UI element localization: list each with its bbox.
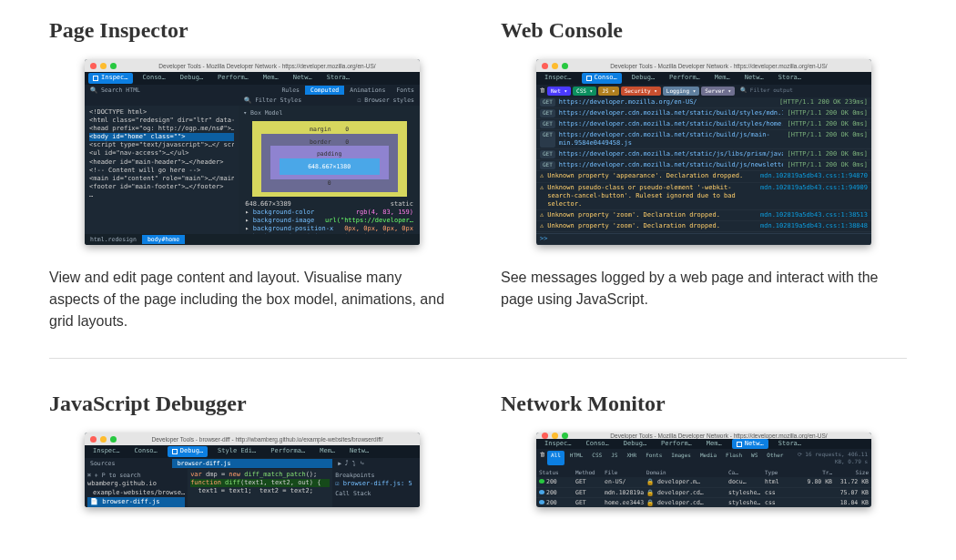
console-net-line[interactable]: GEThttps://developer.cdn.mozilla.net/sta… bbox=[536, 119, 871, 130]
file-tab[interactable]: browser-diff.js bbox=[172, 459, 333, 468]
zoom-icon[interactable] bbox=[110, 63, 117, 69]
tab-memory[interactable]: Mem… bbox=[259, 73, 283, 83]
browser-styles-toggle[interactable]: ☐ Browser styles bbox=[351, 96, 420, 105]
tab-inspector[interactable]: Inspec… bbox=[88, 446, 125, 456]
subtab-computed[interactable]: Computed bbox=[305, 86, 344, 95]
tab-memory[interactable]: Mem… bbox=[710, 73, 735, 83]
screenshot-network-monitor[interactable]: Developer Tools - Mozilla Developer Netw… bbox=[536, 433, 871, 507]
type-pill[interactable]: CSS bbox=[588, 451, 605, 465]
screenshot-page-inspector[interactable]: Developer Tools - Mozilla Developer Netw… bbox=[85, 59, 420, 245]
html-tree-line[interactable]: <ul id="nav-access">…</ul> bbox=[89, 149, 234, 158]
close-icon[interactable] bbox=[90, 436, 97, 443]
html-tree-line[interactable]: <!DOCTYPE html> bbox=[89, 108, 234, 117]
screenshot-js-debugger[interactable]: Developer Tools - browser-diff - http://… bbox=[85, 433, 420, 507]
html-tree-line[interactable]: <header id="main-header">…</header> bbox=[89, 158, 234, 167]
console-warn-line[interactable]: ⚠Unknown property 'zoom'. Declaration dr… bbox=[536, 221, 871, 232]
tab-debugger[interactable]: Debug… bbox=[627, 73, 659, 83]
network-row[interactable]: 200GETen-US/🔒 developer.m…docu…html9.80 … bbox=[536, 477, 871, 487]
tab-network[interactable]: Netw… bbox=[740, 73, 768, 83]
html-tree-line[interactable]: <footer id="main-footer">…</footer> bbox=[89, 183, 234, 191]
subtab-animations[interactable]: Animations bbox=[344, 86, 391, 95]
filter-security[interactable]: Security ▾ bbox=[621, 87, 661, 96]
sources-tree[interactable]: ⌘ + P to search wbamberg.github.io examp… bbox=[85, 469, 188, 507]
zoom-icon[interactable] bbox=[562, 63, 568, 69]
source-item[interactable]: example-websites/browse… bbox=[87, 489, 185, 497]
subtab-fonts[interactable]: Fonts bbox=[391, 86, 420, 95]
source-item[interactable]: wbamberg.github.io bbox=[87, 480, 185, 488]
console-warn-line[interactable]: ⚠Unknown property 'appearance'. Declarat… bbox=[536, 171, 871, 182]
console-net-line[interactable]: GEThttps://developer.cdn.mozilla.net/sta… bbox=[536, 130, 871, 149]
tab-memory[interactable]: Mem… bbox=[315, 446, 340, 456]
filter-styles-input[interactable]: 🔍 Filter Styles bbox=[239, 96, 351, 105]
tab-inspector[interactable]: Inspec… bbox=[88, 73, 133, 83]
close-icon[interactable] bbox=[542, 433, 548, 439]
breakpoint-item[interactable]: ☑ browser-diff.js: 5 bbox=[335, 480, 417, 488]
filter-server[interactable]: Server ▾ bbox=[701, 87, 735, 96]
filter-output-input[interactable]: 🔍 Filter output bbox=[737, 87, 868, 96]
type-pill[interactable]: XHR bbox=[623, 451, 640, 465]
close-icon[interactable] bbox=[542, 63, 548, 69]
type-pill[interactable]: Flash bbox=[722, 451, 746, 465]
filter-net[interactable]: Net ▾ bbox=[547, 87, 571, 96]
trash-icon[interactable]: 🗑 bbox=[540, 451, 545, 465]
tab-inspector[interactable]: Inspec… bbox=[540, 73, 576, 83]
minimize-icon[interactable] bbox=[100, 63, 107, 69]
console-net-line[interactable]: GEThttps://developer.cdn.mozilla.net/sta… bbox=[536, 149, 871, 160]
tab-performance[interactable]: Perform… bbox=[213, 73, 253, 83]
zoom-icon[interactable] bbox=[562, 433, 568, 439]
breadcrumb-item[interactable]: html.redesign bbox=[85, 235, 142, 244]
subtab-rules[interactable]: Rules bbox=[276, 86, 305, 95]
tab-debugger[interactable]: Debug… bbox=[168, 446, 208, 456]
screenshot-web-console[interactable]: Developer Tools - Mozilla Developer Netw… bbox=[536, 59, 871, 245]
html-tree-pane[interactable]: <!DOCTYPE html><html class="redesign" di… bbox=[85, 106, 239, 234]
console-net-line[interactable]: GEThttps://developer.cdn.mozilla.net/sta… bbox=[536, 160, 871, 171]
html-tree-line[interactable]: <main id="content" role="main">…</main> bbox=[89, 175, 234, 183]
type-pill[interactable]: Media bbox=[697, 451, 720, 465]
tab-performance[interactable]: Perform… bbox=[656, 439, 697, 449]
minimize-icon[interactable] bbox=[552, 63, 558, 69]
zoom-icon[interactable] bbox=[110, 436, 117, 443]
minimize-icon[interactable] bbox=[552, 433, 558, 439]
type-pill[interactable]: JS bbox=[607, 451, 621, 465]
type-pill[interactable]: Fonts bbox=[642, 451, 666, 465]
html-tree-line[interactable]: <body id="home" class=""> bbox=[89, 133, 234, 141]
source-item-selected[interactable]: 📄 browser-diff.js bbox=[87, 497, 185, 507]
code-pane[interactable]: var dmp = new diff_match_patch(); functi… bbox=[188, 469, 332, 507]
console-net-line[interactable]: GEThttps://developer.mozilla.org/en-US/[… bbox=[536, 97, 871, 108]
filter-css[interactable]: CSS ▾ bbox=[573, 87, 596, 96]
type-pill[interactable]: WS bbox=[748, 451, 761, 465]
html-tree-line[interactable]: <!-- Content will go here --> bbox=[89, 167, 234, 175]
tab-debugger[interactable]: Debug… bbox=[619, 439, 651, 449]
console-warn-line[interactable]: ⚠Unknown property 'zoom'. Declaration dr… bbox=[536, 210, 871, 221]
trash-icon[interactable]: 🗑 bbox=[540, 87, 545, 96]
tab-memory[interactable]: Mem… bbox=[702, 439, 727, 449]
tab-network[interactable]: Netw… bbox=[289, 73, 317, 83]
tab-network[interactable]: Netw… bbox=[345, 446, 373, 456]
filter-logging[interactable]: Logging ▾ bbox=[663, 87, 700, 96]
tab-performance[interactable]: Perform… bbox=[665, 73, 705, 83]
tab-storage[interactable]: Stora… bbox=[322, 73, 354, 83]
debugger-controls[interactable]: ▶ ⤴ ⤵ ⤷ bbox=[332, 459, 420, 468]
type-pill[interactable]: Images bbox=[667, 451, 695, 465]
tab-console[interactable]: Conso… bbox=[582, 439, 614, 449]
tab-storage[interactable]: Stora… bbox=[774, 73, 806, 83]
network-row[interactable]: 200GEThome.ee34437dcc77.css🔒 developer.c… bbox=[536, 498, 871, 507]
console-net-line[interactable]: GEThttps://developer.cdn.mozilla.net/sta… bbox=[536, 108, 871, 119]
close-icon[interactable] bbox=[90, 63, 97, 69]
search-html-input[interactable]: 🔍 Search HTML bbox=[85, 86, 276, 95]
html-tree-line[interactable]: … bbox=[89, 191, 234, 199]
tab-storage[interactable]: Stora… bbox=[774, 439, 806, 449]
tab-debugger[interactable]: Debug… bbox=[176, 73, 208, 83]
type-pill-all[interactable]: All bbox=[547, 451, 564, 465]
html-tree-line[interactable]: <html class="redesign" dir="ltr" data-ff… bbox=[89, 117, 234, 125]
network-row[interactable]: 200GETmdn.102819a5db43.css🔒 developer.cd… bbox=[536, 488, 871, 498]
type-pill[interactable]: Other bbox=[763, 451, 787, 465]
tab-performance[interactable]: Performa… bbox=[266, 446, 310, 456]
type-pill[interactable]: HTML bbox=[566, 451, 586, 465]
tab-network[interactable]: Netw… bbox=[732, 439, 768, 449]
minimize-icon[interactable] bbox=[100, 436, 107, 443]
breadcrumb-item[interactable]: body#home bbox=[142, 235, 185, 244]
console-prompt[interactable]: >> bbox=[536, 233, 871, 245]
console-warn-line[interactable]: ⚠Unknown pseudo-class or pseudo-element … bbox=[536, 183, 871, 210]
html-tree-line[interactable]: <script type="text/javascript">…</ scrip… bbox=[89, 141, 234, 149]
